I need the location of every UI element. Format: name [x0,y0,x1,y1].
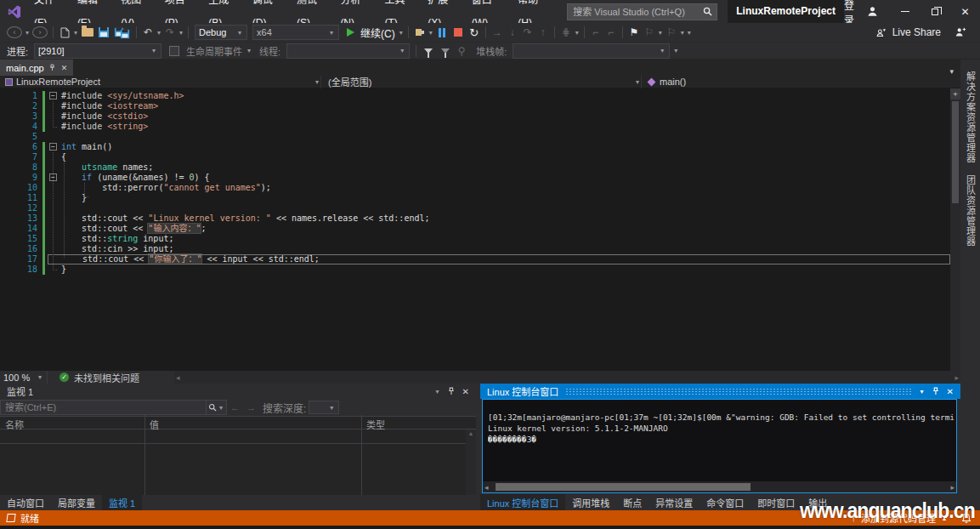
pin-tab-icon[interactable] [49,64,56,71]
filter-threads-icon[interactable] [424,48,433,54]
stack-frame-dropdown[interactable]: ▾ [513,43,670,59]
console-tab-5[interactable]: 即时窗口 [751,494,802,511]
navigate-back-icon[interactable]: ‹ [7,26,22,38]
editor-zoom-dropdown[interactable]: 100 % ▾ [0,371,48,384]
hscroll-left-icon[interactable]: ◂ [176,373,180,382]
restore-button[interactable] [921,0,950,23]
code-line[interactable]: 13 std::cout << "Linux kernel version: "… [0,213,950,224]
stop-icon[interactable] [450,24,467,41]
code-line[interactable]: 1−#include <sys/utsname.h> [0,91,950,101]
restart-icon[interactable]: ↻ [467,24,482,41]
console-tab-2[interactable]: 断点 [616,494,649,511]
watch-prev-icon[interactable]: ← [227,402,243,412]
code-line[interactable]: 3#include <cstdio> [0,111,950,122]
side-tab-0[interactable]: 解决方案资源管理器 [964,71,977,163]
code-line[interactable]: 4#include <string> [0,122,950,132]
code-line[interactable]: 12 [0,203,950,213]
solution-platform-dropdown[interactable]: x64 ▾ [252,25,339,40]
code-line[interactable]: 14 std::cout << "输入内容："; [0,224,950,234]
code-line[interactable]: 6−int main() [0,142,950,152]
console-output-area[interactable]: [01;32m[manjaro@manjaro-pc[01;37m ~[01;3… [482,399,957,493]
side-tab-1[interactable]: 团队资源管理器 [964,175,977,247]
code-line[interactable]: 8 utsname names; [0,162,950,173]
quick-search-box[interactable] [567,3,717,20]
breadcrumb-scope-dropdown[interactable]: (全局范围) ▾ [321,76,642,88]
continue-button[interactable]: 继续(C) ▾ [342,24,405,41]
watch-depth-dropdown[interactable]: ▾ [309,401,339,414]
console-tab-3[interactable]: 异常设置 [649,494,700,511]
close-button[interactable]: ✕ [950,0,980,23]
watch-grid[interactable]: ▴ [0,429,476,495]
watch-empty-row[interactable] [0,443,466,444]
breadcrumb-project-dropdown[interactable]: LinuxRemoteProject ▾ [0,76,321,88]
code-line[interactable]: 11 } [0,193,950,203]
code-line[interactable]: 15 std::string input; [0,234,950,244]
code-line[interactable]: 7{ [0,152,950,162]
split-handle[interactable]: + [950,88,960,100]
code-line[interactable]: 9− if (uname(&names) != 0) { [0,173,950,183]
watch-title-bar[interactable]: 监视 1 ▾ ✕ [0,384,476,399]
filter-flagged-icon[interactable] [441,48,450,54]
code-editor[interactable]: 1−#include <sys/utsname.h>2#include <ios… [0,88,960,371]
console-tab-1[interactable]: 调用堆栈 [565,494,616,511]
user-profile-icon[interactable] [866,5,879,18]
tab-main-cpp[interactable]: main.cpp ✕ [0,60,73,76]
step-out-icon[interactable]: ↑ [535,24,551,41]
watch-tab-1[interactable]: 局部变量 [51,494,102,511]
save-icon[interactable] [96,24,111,41]
open-folder-icon[interactable] [79,24,96,41]
watch-pin-icon[interactable] [448,387,456,395]
navigate-back-dropdown-icon[interactable]: ▾ [24,29,31,37]
navigate-forward-icon[interactable]: › [32,26,48,38]
toggle-flagged-icon[interactable]: ⚲ [454,43,469,60]
console-horizontal-scrollbar[interactable]: ◂ ▸ [483,481,956,492]
editor-vertical-scrollbar[interactable]: + [950,88,960,371]
close-tab-icon[interactable]: ✕ [61,64,68,72]
live-share-label[interactable]: Live Share [892,26,941,38]
code-line[interactable]: 18} [0,264,950,275]
diagnostics-icon-2[interactable]: ⌐ [603,24,619,41]
console-hscroll-right-icon[interactable]: ▸ [949,483,956,492]
save-all-icon[interactable] [111,24,133,41]
watch-close-icon[interactable]: ✕ [462,387,469,396]
process-dropdown[interactable]: [2910] ▾ [34,43,161,59]
redo-dropdown-icon[interactable]: ▾ [178,29,184,37]
undo-icon[interactable]: ↶ [140,24,156,41]
redo-icon[interactable]: ↷ [162,24,178,41]
watch-next-icon[interactable]: → [243,402,259,412]
lifecycle-events-label[interactable]: 生命周期事件 [186,44,242,58]
lifecycle-events-icon[interactable] [169,46,179,56]
console-title-bar[interactable]: Linux 控制台窗口 ▾ ✕ [480,384,960,399]
breakpoint-marker-icon[interactable] [412,24,428,41]
background-tasks-icon[interactable] [6,514,15,522]
sign-in-button[interactable]: 登录 [844,0,879,26]
watch-search-input[interactable] [0,400,207,415]
step-into-icon[interactable]: ↓ [505,24,520,41]
fold-toggle-icon[interactable]: − [49,143,57,151]
thread-dropdown[interactable]: ▾ [286,43,410,59]
send-feedback-icon[interactable] [955,26,966,38]
show-next-statement-icon[interactable]: → [490,24,505,41]
editor-scrollbar-thumb[interactable] [952,101,959,203]
watch-menu-icon[interactable]: ▾ [434,388,441,395]
console-hscroll-left-icon[interactable]: ◂ [483,483,490,492]
search-icon[interactable] [699,7,717,16]
debugbar-options-icon[interactable]: ▾ [672,47,679,54]
console-tab-4[interactable]: 命令窗口 [700,494,751,511]
quick-search-input[interactable] [568,7,699,17]
watch-col-name[interactable]: 名称 [0,417,144,429]
watch-col-value[interactable]: 值 [144,417,361,429]
hex-display-icon[interactable]: ⋕ [558,24,574,41]
console-pin-icon[interactable] [932,387,940,395]
code-line[interactable]: 17 std::cout << "你输入了：" << input << std:… [0,254,950,264]
editor-horizontal-scrollbar[interactable]: ◂ ▸ [174,371,960,384]
watch-scrollbar[interactable]: ▴ [466,429,476,495]
watch-tab-2[interactable]: 监视 1 [102,494,142,511]
code-line[interactable]: 10 std::perror("cannot get unames"); [0,183,950,193]
console-close-icon[interactable]: ✕ [947,387,954,396]
diagnostics-icon-1[interactable]: ⌐ [588,24,603,41]
live-share-icon[interactable] [875,27,887,38]
minimize-button[interactable] [891,0,921,23]
new-file-icon[interactable] [57,24,72,41]
pause-icon[interactable] [434,24,450,41]
